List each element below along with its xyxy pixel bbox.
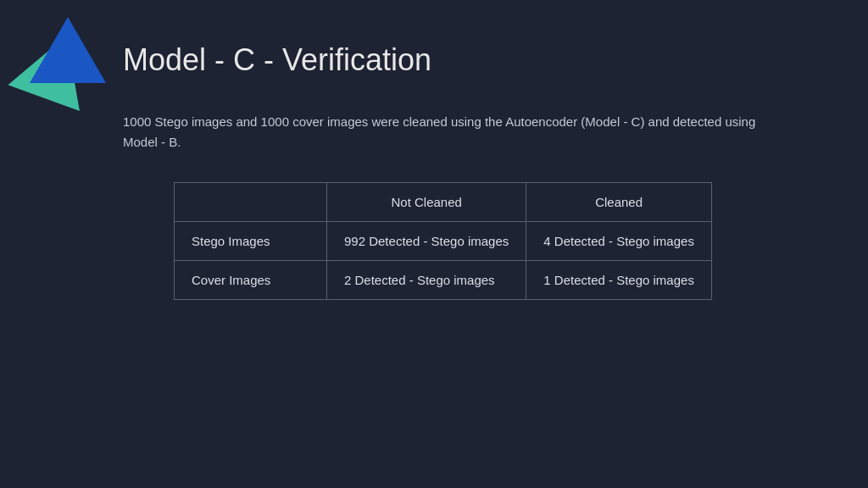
results-table: Not Cleaned Cleaned Stego Images 992 Det… xyxy=(174,182,712,300)
description-text: 1000 Stego images and 1000 cover images … xyxy=(123,112,759,152)
table-header-row: Not Cleaned Cleaned xyxy=(175,183,712,222)
logo xyxy=(17,17,102,110)
table-header-empty xyxy=(175,183,327,222)
page-title: Model - C - Verification xyxy=(123,42,834,78)
main-content: Model - C - Verification 1000 Stego imag… xyxy=(123,25,834,454)
table-cell-stego-cleaned: 4 Detected - Stego images xyxy=(526,222,712,261)
table-cell-cover-label: Cover Images xyxy=(175,261,327,300)
table-header-cleaned: Cleaned xyxy=(526,183,712,222)
table-cell-cover-not-cleaned: 2 Detected - Stego images xyxy=(327,261,526,300)
table-cell-stego-label: Stego Images xyxy=(175,222,327,261)
table-cell-stego-not-cleaned: 992 Detected - Stego images xyxy=(327,222,526,261)
table-row: Stego Images 992 Detected - Stego images… xyxy=(175,222,712,261)
table-cell-cover-cleaned: 1 Detected - Stego images xyxy=(526,261,712,300)
data-table-container: Not Cleaned Cleaned Stego Images 992 Det… xyxy=(174,182,834,300)
logo-blue-triangle xyxy=(30,17,106,83)
table-row: Cover Images 2 Detected - Stego images 1… xyxy=(175,261,712,300)
table-header-not-cleaned: Not Cleaned xyxy=(327,183,526,222)
